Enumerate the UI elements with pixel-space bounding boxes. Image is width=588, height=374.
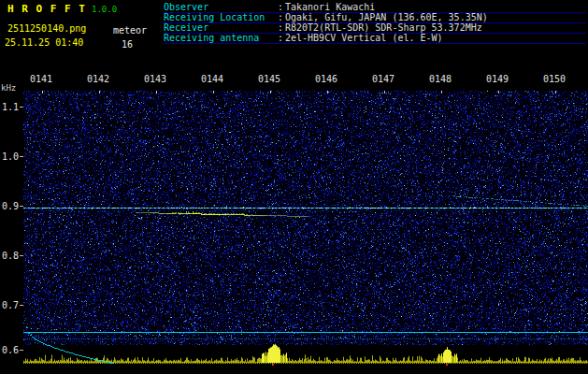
info-value: 2el-HB9CV Vertical (el. E-W) [285,34,443,43]
info-label: Receiving antenna [164,34,278,43]
y-tick-label: 1.1 [0,102,19,112]
x-tick-label: 0149 [486,74,509,84]
info-separator: : [278,23,285,33]
x-tick-label: 0147 [372,74,394,84]
x-tick-label: 0141 [30,74,52,84]
info-row-observer: Observer:Takanori Kawachi [164,3,586,13]
x-tick-label: 0144 [201,74,223,84]
x-tick-label: 0146 [315,74,337,84]
hrofft-output: H R O F F T 1.0.0 2511250140.png meteor … [0,0,588,374]
x-tick-label: 0148 [429,74,452,84]
x-tick-label: 0150 [543,74,566,84]
info-separator: : [278,34,285,43]
info-row-antenna: Receiving antenna:2el-HB9CV Vertical (el… [164,34,586,44]
y-tick-label: 1.0 [0,151,19,162]
y-tick-label: 0.7 [0,300,19,310]
info-row-location: Receiving Location:Ogaki, Gifu, JAPAN (1… [164,13,586,23]
spectrogram-canvas [23,91,588,367]
info-value: Ogaki, Gifu, JAPAN (136.60E, 35.35N) [285,13,488,22]
x-tick-label: 0145 [258,74,280,84]
info-separator: : [278,3,285,12]
echo-count: 16 [122,39,133,50]
info-label: Observer [164,3,278,12]
info-label: Receiving Location [164,13,278,22]
observation-datetime: 25.11.25 01:40 [5,37,83,48]
mode-label: meteor [113,25,147,36]
y-tick-label: 0.8 [0,251,19,261]
info-row-receiver: Receiver:R820T2(RTL-SDR) SDR-Sharp 53.37… [164,23,586,34]
observer-info-table: Observer:Takanori Kawachi Receiving Loca… [164,3,586,44]
info-value: R820T2(RTL-SDR) SDR-Sharp 53.372MHz [285,23,482,33]
info-label: Receiver [164,23,278,33]
app-title: H R O F F T [7,3,86,15]
app-version: 1.0.0 [92,5,117,14]
info-separator: : [278,13,285,22]
x-tick-label: 0142 [87,74,109,84]
output-filename: 2511250140.png [7,23,86,34]
x-tick-label: 0143 [144,74,166,84]
y-tick-label: 0.6 [0,345,19,355]
y-tick-label: 0.9 [0,201,19,211]
y-axis-unit-label: kHz [1,83,16,93]
info-value: Takanori Kawachi [285,3,375,12]
